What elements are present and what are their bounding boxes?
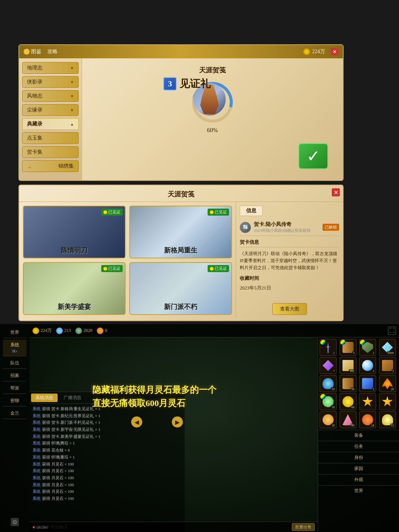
inv-slot-4[interactable]: 7 xyxy=(320,357,337,374)
appearance-button[interactable]: 外观 xyxy=(318,474,399,485)
gold-stat: 224万 xyxy=(33,327,52,334)
top-panel-close-button[interactable]: ✕ xyxy=(331,48,338,55)
slot-count: 7 xyxy=(332,369,336,373)
collection-date-value: 2023年5月21日 xyxy=(240,285,339,291)
card-item-2[interactable]: 已见证 新格局重生 xyxy=(129,206,232,258)
sidebar-item-jade[interactable]: 点玉集 xyxy=(22,132,79,144)
badge-text: 见证礼 xyxy=(180,77,211,91)
rainbow-badge xyxy=(360,340,365,345)
card-badge-2: 已见证 xyxy=(208,209,229,216)
settings-button[interactable]: ⚙ xyxy=(11,518,19,526)
view-map-button[interactable]: 查看大图 xyxy=(272,303,307,315)
sidebar-item-cards[interactable]: 贺卡集 xyxy=(22,146,79,158)
expand-button[interactable]: ⛶ xyxy=(388,327,396,335)
nav-right-arrow[interactable]: ▶ xyxy=(172,416,183,428)
inv-slot-19[interactable]: 33 xyxy=(379,411,396,428)
checkmark-icon: ✓ xyxy=(299,143,328,169)
slot-count: 3 xyxy=(352,351,355,355)
mid-panel-close-button[interactable]: ✕ xyxy=(332,188,340,196)
inv-slot-8[interactable]: 10 xyxy=(320,375,337,392)
sidebar-private-btn[interactable]: 密聊 xyxy=(3,395,27,406)
batch-sell-button[interactable]: 批量出售 xyxy=(292,523,315,531)
inv-slot-11[interactable]: 20 xyxy=(379,375,396,392)
info-tab-info[interactable]: 信息 xyxy=(240,206,263,216)
home-button[interactable]: 家园 xyxy=(318,463,399,474)
top-main-content: 天涯贺笺 60% 3 见证礼 ✓ xyxy=(82,58,343,180)
chat-tabs: 系统消息 广播消息 xyxy=(30,392,185,404)
leaf-stat: 2020 xyxy=(75,327,92,334)
inv-slot-14[interactable] xyxy=(359,393,376,410)
tab-tujian[interactable]: 图鉴 xyxy=(24,48,41,55)
slot-count: 3 xyxy=(372,369,375,373)
progress-percentage: 60% xyxy=(207,127,218,134)
inv-slot-5[interactable]: 182 xyxy=(340,357,357,374)
inv-slot-17[interactable]: 60 xyxy=(340,411,357,428)
gold-display: 224万 xyxy=(303,48,325,55)
sidebar-world-btn[interactable]: 世界 xyxy=(3,327,27,338)
card-item-3[interactable]: 已见证 新美学盛宴 xyxy=(23,262,126,315)
inv-slot-10[interactable]: 3 xyxy=(359,375,376,392)
equipment-button[interactable]: 装备 xyxy=(318,430,399,441)
chat-message-13: 系统获得 月灵石 × 100 xyxy=(33,495,182,502)
slot-count: 68 xyxy=(351,405,355,409)
info-card-header: 🔄 贺卡.陆小凤传奇 2023年陆小凤联动确认登录获得 已解锁 xyxy=(240,219,339,236)
blue-gem-icon xyxy=(362,378,373,389)
info-card-subtitle: 2023年陆小凤联动确认登录获得 xyxy=(254,228,311,233)
inv-slot-12[interactable]: 10 xyxy=(320,393,337,410)
card-item-4[interactable]: 已见证 新门派不朽 xyxy=(129,262,232,315)
card-title-3: 新美学盛宴 xyxy=(27,302,122,311)
sidebar-item-heroes[interactable]: 侠影录 ▼ xyxy=(22,76,79,88)
info-section-title: 贺卡信息 xyxy=(240,239,339,247)
quest-button[interactable]: 任务 xyxy=(318,441,399,452)
tab-gonglue[interactable]: 攻略 xyxy=(47,48,58,55)
rainbow-badge xyxy=(320,394,325,399)
inv-slot-2[interactable]: 2 xyxy=(359,339,376,356)
sidebar-item-geography[interactable]: 地理志 ▼ xyxy=(22,62,79,74)
info-card-name: 贺卡.陆小凤传奇 xyxy=(254,221,311,228)
card-item-1[interactable]: 已见证 陈情明刀 xyxy=(23,206,126,258)
sidebar-item-items[interactable]: 风物志 ▼ xyxy=(22,90,79,102)
plus-stat: 0 xyxy=(97,327,107,334)
slot-count: 3 xyxy=(372,387,375,391)
slot-count: 10 xyxy=(331,387,335,391)
sidebar-item-collection[interactable]: 典藏录 ▲ xyxy=(22,118,79,130)
inv-slot-1[interactable]: 3 xyxy=(340,339,357,356)
badge-coin-icon-4 xyxy=(210,267,214,271)
inv-slot-13[interactable]: 68 xyxy=(340,393,357,410)
nav-left-arrow[interactable]: ◀ xyxy=(131,416,142,428)
witness-badge: 3 见证礼 xyxy=(163,77,211,91)
inv-slot-6[interactable]: 3 xyxy=(359,357,376,374)
sidebar-system-btn[interactable]: 系统续x xyxy=(3,340,27,356)
nav-arrows: ◀ ▶ xyxy=(131,416,183,428)
batch-sell-label: 批量出售 xyxy=(295,524,311,530)
sidebar-alliance-btn[interactable]: 金兰 xyxy=(3,408,27,419)
inv-slot-16[interactable]: 18 xyxy=(320,411,337,428)
sidebar-recruit-btn[interactable]: 招募 xyxy=(3,370,27,381)
mid-panel: ✕ 天涯贺笺 已见证 陈情明刀 已见证 新格局重生 xyxy=(18,185,344,321)
hp-icon: ♥ xyxy=(33,525,35,529)
world-button[interactable]: 世界 xyxy=(318,485,399,496)
inv-slot-18[interactable]: 24 xyxy=(359,411,376,428)
chat-message-11: 系统获得 月灵石 × 100 xyxy=(33,481,182,488)
chat-message-0: 系统获得 贺卡.新格局·重生见证礼 × 1 xyxy=(33,405,182,412)
inv-slot-15[interactable] xyxy=(379,393,396,410)
card-title-2: 新格局重生 xyxy=(133,246,228,255)
rainbow-badge xyxy=(340,340,345,345)
inv-slot-3[interactable]: 3000 xyxy=(379,339,396,356)
inv-slot-9[interactable]: 50 xyxy=(340,375,357,392)
sidebar-item-fate[interactable]: 尘缘录 ▼ xyxy=(22,104,79,116)
slot-count: 24 xyxy=(370,423,375,427)
slot-count: 33 xyxy=(390,423,395,427)
top-panel-body: 地理志 ▼ 侠影录 ▼ 风物志 ▼ 尘缘录 ▼ 典藏录 ▲ 点玉集 xyxy=(19,58,343,180)
inv-slot-0[interactable]: 2 xyxy=(320,339,337,356)
identity-button[interactable]: 身份 xyxy=(318,452,399,463)
chat-tab-broadcast[interactable]: 广播消息 xyxy=(59,394,86,402)
sidebar-item-embroidery[interactable]: 🔒 锦绣集 xyxy=(22,160,79,172)
chat-tab-system[interactable]: 系统消息 xyxy=(31,394,58,402)
sidebar-guild-btn[interactable]: 帮派 xyxy=(3,383,27,394)
inv-slot-7[interactable]: 2 xyxy=(379,357,396,374)
chat-area: 系统消息 广播消息 系统获得 贺卡.新格局·重生见证礼 × 1系统获得 贺卡.新… xyxy=(30,392,185,532)
chevron-down-icon: ▼ xyxy=(70,66,74,70)
sidebar-team-btn[interactable]: 队伍 xyxy=(3,358,27,369)
slot-count: 2 xyxy=(392,369,395,373)
